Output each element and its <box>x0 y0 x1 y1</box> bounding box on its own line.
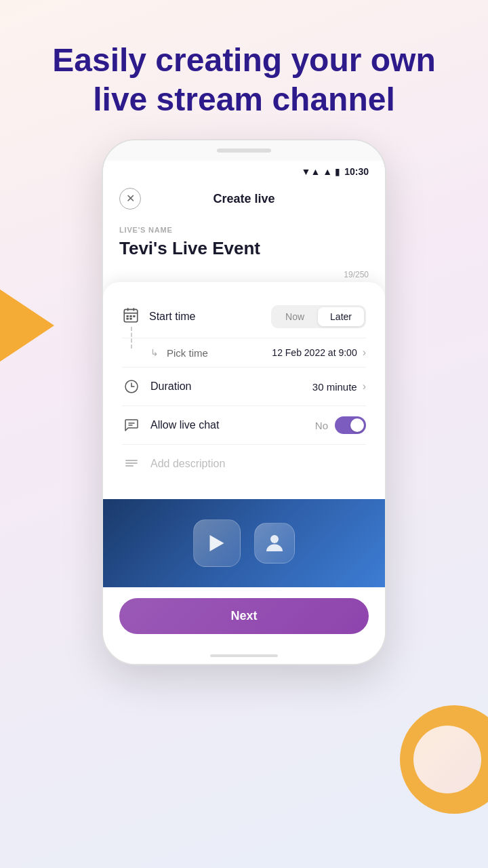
next-button[interactable]: Next <box>119 598 369 634</box>
duration-row[interactable]: Duration 30 minute › <box>122 368 366 406</box>
app-icon-1 <box>193 519 241 567</box>
duration-chevron-icon: › <box>363 380 366 393</box>
next-button-wrap: Next <box>103 587 385 648</box>
app-title: Create live <box>213 192 274 206</box>
pick-time-arrow-icon: ↳ <box>150 347 159 358</box>
chat-icon <box>122 416 141 435</box>
description-row[interactable]: Add description <box>122 445 366 483</box>
calendar-icon <box>122 307 140 324</box>
pick-time-label: Pick time <box>167 347 272 359</box>
close-icon: ✕ <box>126 193 135 204</box>
page-header: Easily creating your own live stream cha… <box>0 0 488 139</box>
toggle-later-button[interactable]: Later <box>318 307 364 326</box>
toggle-now-button[interactable]: Now <box>273 307 317 326</box>
svg-rect-6 <box>133 315 135 317</box>
app-icon-2 <box>254 523 295 564</box>
allow-chat-row: Allow live chat No <box>122 406 366 445</box>
image-preview <box>103 499 385 587</box>
live-name-label: LIVE'S NAME <box>119 226 369 234</box>
signal-icon: ▲ <box>323 166 332 177</box>
live-name-value[interactable]: Tevi's Live Event <box>119 238 369 259</box>
status-time: 10:30 <box>344 166 369 177</box>
start-time-row: Start time Now Later <box>122 296 366 338</box>
allow-chat-label: Allow live chat <box>150 419 315 431</box>
wifi-icon: ▼▲ <box>302 166 321 177</box>
svg-rect-7 <box>127 318 129 320</box>
allow-chat-value: No <box>315 420 328 431</box>
phone-mockup: ▼▲ ▲ ▮ 10:30 ✕ Create live LIVE'S NAME T… <box>0 139 488 665</box>
allow-chat-toggle[interactable] <box>335 416 366 434</box>
play-icon <box>205 531 229 555</box>
deco-circle-inner <box>413 726 481 793</box>
app-header: ✕ Create live <box>103 180 385 220</box>
pick-time-row[interactable]: ↳ Pick time 12 Feb 2022 at 9:00 › <box>122 338 366 368</box>
svg-point-17 <box>270 535 279 543</box>
pick-time-value: 12 Feb 2022 at 9:00 <box>272 347 357 358</box>
svg-rect-8 <box>129 318 131 320</box>
status-icons: ▼▲ ▲ ▮ <box>302 166 341 177</box>
description-icon <box>122 454 141 473</box>
duration-icon <box>122 377 141 396</box>
connector-line <box>131 327 132 349</box>
status-bar: ▼▲ ▲ ▮ 10:30 <box>103 161 385 180</box>
svg-rect-5 <box>129 315 131 317</box>
live-name-section: LIVE'S NAME Tevi's Live Event <box>103 220 385 267</box>
char-count: 19/250 <box>103 267 385 282</box>
close-button[interactable]: ✕ <box>119 188 141 210</box>
phone-notch <box>217 149 271 153</box>
battery-icon: ▮ <box>335 166 340 177</box>
phone-bottom <box>103 648 385 664</box>
svg-rect-4 <box>127 315 129 317</box>
person-icon <box>262 531 287 555</box>
home-bar <box>210 654 278 657</box>
page-title: Easily creating your own live stream cha… <box>41 41 447 119</box>
pick-time-chevron-icon: › <box>363 347 366 359</box>
duration-label: Duration <box>150 380 312 393</box>
duration-value: 30 minute <box>312 381 357 393</box>
start-time-icon-wrap <box>122 307 140 327</box>
start-time-toggle-group[interactable]: Now Later <box>271 305 366 328</box>
bottom-sheet: Start time Now Later ↳ Pick time 12 Feb … <box>103 282 385 499</box>
phone-top <box>103 140 385 161</box>
start-time-label: Start time <box>149 311 271 323</box>
description-placeholder: Add description <box>150 458 366 470</box>
phone-frame: ▼▲ ▲ ▮ 10:30 ✕ Create live LIVE'S NAME T… <box>102 139 386 665</box>
